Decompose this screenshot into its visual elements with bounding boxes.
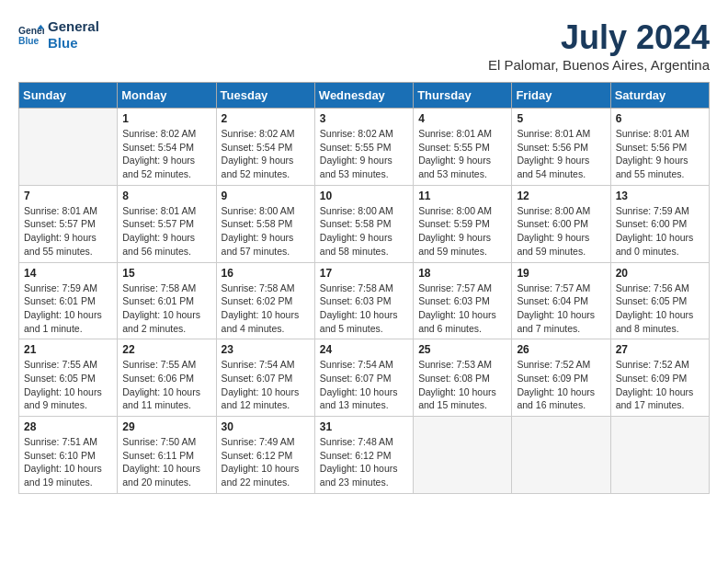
calendar-cell: 16Sunrise: 7:58 AMSunset: 6:02 PMDayligh…	[216, 262, 314, 339]
day-number: 18	[418, 267, 506, 280]
calendar-cell: 25Sunrise: 7:53 AMSunset: 6:08 PMDayligh…	[414, 339, 512, 417]
calendar-week-row: 21Sunrise: 7:55 AMSunset: 6:05 PMDayligh…	[19, 339, 710, 417]
calendar-cell: 17Sunrise: 7:58 AMSunset: 6:03 PMDayligh…	[314, 262, 413, 339]
day-number: 25	[418, 343, 506, 356]
day-number: 12	[517, 190, 605, 202]
day-number: 28	[24, 420, 112, 433]
calendar-cell: 22Sunrise: 7:55 AMSunset: 6:06 PMDayligh…	[118, 339, 216, 417]
day-info: Sunrise: 7:54 AMSunset: 6:07 PMDaylight:…	[320, 358, 408, 412]
calendar-cell: 29Sunrise: 7:50 AMSunset: 6:11 PMDayligh…	[118, 417, 216, 494]
day-info: Sunrise: 8:01 AMSunset: 5:56 PMDaylight:…	[616, 127, 704, 181]
day-info: Sunrise: 8:01 AMSunset: 5:55 PMDaylight:…	[418, 127, 506, 181]
calendar-cell: 12Sunrise: 8:00 AMSunset: 6:00 PMDayligh…	[512, 185, 610, 262]
day-info: Sunrise: 8:01 AMSunset: 5:57 PMDaylight:…	[24, 204, 112, 259]
day-number: 24	[320, 343, 408, 356]
calendar-cell	[512, 417, 610, 494]
day-number: 23	[222, 343, 310, 356]
day-info: Sunrise: 7:51 AMSunset: 6:10 PMDaylight:…	[24, 435, 112, 489]
day-number: 3	[320, 112, 408, 125]
day-number: 2	[222, 112, 310, 125]
calendar-day-header: Wednesday	[314, 83, 413, 109]
month-title: July 2024	[488, 18, 710, 57]
calendar-cell: 31Sunrise: 7:48 AMSunset: 6:12 PMDayligh…	[314, 417, 413, 494]
location-title: El Palomar, Buenos Aires, Argentina	[488, 57, 710, 73]
day-info: Sunrise: 8:00 AMSunset: 5:58 PMDaylight:…	[222, 204, 310, 259]
day-number: 17	[320, 267, 408, 280]
day-number: 14	[24, 267, 112, 280]
day-number: 8	[122, 190, 210, 202]
day-info: Sunrise: 7:49 AMSunset: 6:12 PMDaylight:…	[222, 435, 310, 489]
day-number: 7	[24, 190, 112, 202]
calendar-week-row: 28Sunrise: 7:51 AMSunset: 6:10 PMDayligh…	[19, 417, 710, 494]
day-info: Sunrise: 7:52 AMSunset: 6:09 PMDaylight:…	[517, 358, 605, 412]
day-info: Sunrise: 7:57 AMSunset: 6:04 PMDaylight:…	[517, 282, 605, 336]
day-info: Sunrise: 7:57 AMSunset: 6:03 PMDaylight:…	[418, 282, 506, 336]
calendar-cell: 1Sunrise: 8:02 AMSunset: 5:54 PMDaylight…	[118, 109, 216, 186]
day-number: 22	[122, 343, 210, 356]
day-number: 27	[616, 343, 704, 356]
calendar-cell	[414, 417, 512, 494]
day-info: Sunrise: 7:58 AMSunset: 6:02 PMDaylight:…	[222, 282, 310, 336]
calendar-week-row: 1Sunrise: 8:02 AMSunset: 5:54 PMDaylight…	[19, 109, 710, 186]
day-info: Sunrise: 7:58 AMSunset: 6:01 PMDaylight:…	[122, 282, 210, 336]
logo-text-general: General	[48, 18, 99, 35]
calendar-cell: 5Sunrise: 8:01 AMSunset: 5:56 PMDaylight…	[512, 109, 610, 186]
calendar-cell: 3Sunrise: 8:02 AMSunset: 5:55 PMDaylight…	[314, 109, 413, 186]
day-number: 1	[122, 112, 210, 125]
calendar-day-header: Monday	[118, 83, 216, 109]
page-header: General Blue General Blue July 2024 El P…	[18, 18, 710, 73]
calendar-cell: 30Sunrise: 7:49 AMSunset: 6:12 PMDayligh…	[216, 417, 314, 494]
calendar-day-header: Sunday	[19, 83, 118, 109]
day-info: Sunrise: 7:52 AMSunset: 6:09 PMDaylight:…	[616, 358, 704, 412]
day-number: 13	[616, 190, 704, 202]
calendar-cell: 4Sunrise: 8:01 AMSunset: 5:55 PMDaylight…	[414, 109, 512, 186]
calendar-cell: 2Sunrise: 8:02 AMSunset: 5:54 PMDaylight…	[216, 109, 314, 186]
calendar-header-row: SundayMondayTuesdayWednesdayThursdayFrid…	[19, 83, 710, 109]
calendar-cell	[19, 109, 118, 186]
calendar-cell: 7Sunrise: 8:01 AMSunset: 5:57 PMDaylight…	[19, 185, 118, 262]
logo-text-blue: Blue	[48, 35, 99, 52]
svg-text:Blue: Blue	[18, 36, 40, 46]
day-info: Sunrise: 8:01 AMSunset: 5:57 PMDaylight:…	[122, 204, 210, 259]
day-info: Sunrise: 8:00 AMSunset: 5:58 PMDaylight:…	[320, 204, 408, 259]
calendar-cell: 27Sunrise: 7:52 AMSunset: 6:09 PMDayligh…	[610, 339, 709, 417]
day-info: Sunrise: 7:54 AMSunset: 6:07 PMDaylight:…	[222, 358, 310, 412]
calendar-cell: 18Sunrise: 7:57 AMSunset: 6:03 PMDayligh…	[414, 262, 512, 339]
day-info: Sunrise: 8:02 AMSunset: 5:54 PMDaylight:…	[222, 127, 310, 181]
day-number: 9	[222, 190, 310, 202]
day-number: 19	[517, 267, 605, 280]
calendar-day-header: Thursday	[414, 83, 512, 109]
day-info: Sunrise: 7:50 AMSunset: 6:11 PMDaylight:…	[122, 435, 210, 489]
day-number: 21	[24, 343, 112, 356]
day-info: Sunrise: 7:56 AMSunset: 6:05 PMDaylight:…	[616, 282, 704, 336]
day-number: 29	[122, 420, 210, 433]
calendar-cell: 10Sunrise: 8:00 AMSunset: 5:58 PMDayligh…	[314, 185, 413, 262]
day-number: 6	[616, 112, 704, 125]
calendar-cell: 21Sunrise: 7:55 AMSunset: 6:05 PMDayligh…	[19, 339, 118, 417]
day-number: 20	[616, 267, 704, 280]
calendar-cell: 26Sunrise: 7:52 AMSunset: 6:09 PMDayligh…	[512, 339, 610, 417]
calendar-day-header: Tuesday	[216, 83, 314, 109]
day-number: 11	[418, 190, 506, 202]
day-info: Sunrise: 7:59 AMSunset: 6:01 PMDaylight:…	[24, 282, 112, 336]
day-info: Sunrise: 8:02 AMSunset: 5:55 PMDaylight:…	[320, 127, 408, 181]
calendar-day-header: Friday	[512, 83, 610, 109]
calendar-cell: 20Sunrise: 7:56 AMSunset: 6:05 PMDayligh…	[610, 262, 709, 339]
calendar-cell: 24Sunrise: 7:54 AMSunset: 6:07 PMDayligh…	[314, 339, 413, 417]
day-info: Sunrise: 7:58 AMSunset: 6:03 PMDaylight:…	[320, 282, 408, 336]
day-number: 10	[320, 190, 408, 202]
day-number: 5	[517, 112, 605, 125]
calendar-table: SundayMondayTuesdayWednesdayThursdayFrid…	[18, 82, 710, 494]
calendar-week-row: 7Sunrise: 8:01 AMSunset: 5:57 PMDaylight…	[19, 185, 710, 262]
calendar-week-row: 14Sunrise: 7:59 AMSunset: 6:01 PMDayligh…	[19, 262, 710, 339]
calendar-cell: 8Sunrise: 8:01 AMSunset: 5:57 PMDaylight…	[118, 185, 216, 262]
day-info: Sunrise: 7:59 AMSunset: 6:00 PMDaylight:…	[616, 204, 704, 259]
day-number: 31	[320, 420, 408, 433]
day-info: Sunrise: 7:55 AMSunset: 6:06 PMDaylight:…	[122, 358, 210, 412]
day-info: Sunrise: 7:53 AMSunset: 6:08 PMDaylight:…	[418, 358, 506, 412]
calendar-cell	[610, 417, 709, 494]
title-area: July 2024 El Palomar, Buenos Aires, Arge…	[488, 18, 710, 73]
day-number: 4	[418, 112, 506, 125]
calendar-day-header: Saturday	[610, 83, 709, 109]
calendar-cell: 19Sunrise: 7:57 AMSunset: 6:04 PMDayligh…	[512, 262, 610, 339]
